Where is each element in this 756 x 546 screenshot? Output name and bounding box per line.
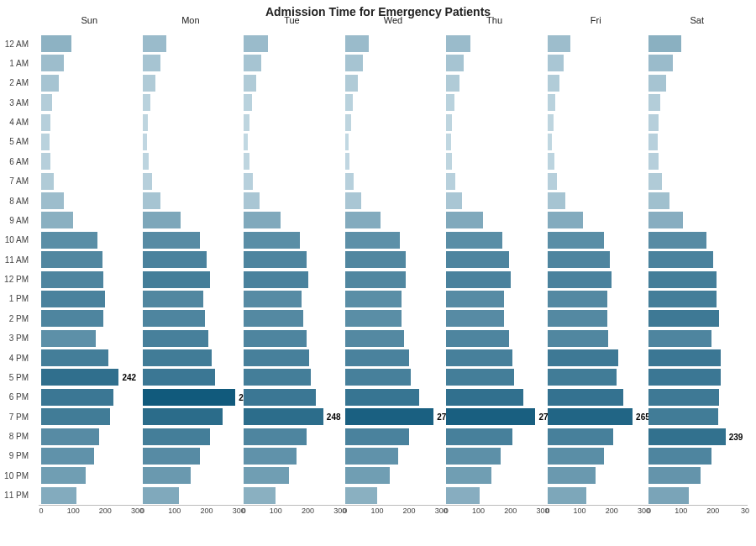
bar-row — [648, 251, 745, 268]
bar-row — [345, 349, 442, 366]
bar-row — [41, 291, 138, 307]
bar — [345, 389, 419, 406]
bar-row — [143, 467, 239, 484]
bar — [143, 428, 210, 445]
bar — [446, 134, 450, 150]
x-tick-label: 0 — [343, 507, 347, 515]
bar — [548, 75, 560, 92]
bar-group: 239 — [648, 35, 745, 504]
bar — [446, 448, 501, 465]
bar-row — [244, 487, 340, 504]
y-tick-label: 2 PM — [0, 310, 34, 327]
bar-row — [548, 114, 644, 131]
bar-group: 276 — [345, 35, 442, 504]
bar — [548, 134, 552, 150]
bar-row — [41, 192, 138, 209]
bar-group: 278 — [446, 35, 543, 504]
bar — [345, 212, 381, 228]
bar — [648, 310, 719, 327]
bar-row — [446, 55, 543, 71]
bar — [143, 369, 215, 386]
bar — [548, 232, 604, 249]
bar-row — [446, 153, 543, 170]
bar — [41, 487, 76, 504]
bar-row — [648, 153, 745, 170]
bar-row — [143, 134, 239, 150]
bar-row — [548, 75, 644, 92]
bar — [345, 349, 409, 366]
bar — [548, 467, 596, 484]
x-tick-label: 200 — [99, 507, 112, 515]
bar — [446, 55, 464, 71]
bar-row — [41, 212, 138, 228]
bar — [648, 330, 711, 347]
bar-row — [41, 448, 138, 465]
bar-max-label: 242 — [122, 373, 136, 382]
bar — [345, 467, 390, 484]
bar-row — [244, 310, 340, 327]
bar — [446, 291, 504, 307]
bar-group: 265 — [548, 35, 644, 504]
bar-row — [648, 349, 745, 366]
bar: 278 — [446, 408, 535, 425]
bar — [244, 369, 311, 386]
y-tick-label: 4 AM — [0, 114, 34, 131]
bar — [548, 310, 607, 327]
bar — [244, 75, 256, 92]
bar — [345, 114, 351, 131]
bar — [143, 35, 167, 52]
bar-group: 290 — [143, 35, 239, 504]
bar-row — [548, 330, 644, 347]
bar-row — [648, 487, 745, 504]
facet-mon: Mon2900100200300 — [140, 15, 242, 517]
bar — [446, 251, 508, 268]
facet-header: Sun — [39, 15, 140, 25]
x-ticks: 0100200300 — [41, 506, 138, 517]
bar-row — [548, 94, 644, 111]
y-tick-label: 3 PM — [0, 330, 34, 347]
y-tick-label: 7 PM — [0, 408, 34, 425]
bar-row — [345, 369, 442, 386]
bar — [143, 271, 210, 288]
bar-row — [244, 369, 340, 386]
bar-row — [143, 291, 239, 307]
bar-row — [548, 251, 644, 268]
bar-row — [143, 369, 239, 386]
x-tick-label: 30 — [741, 507, 749, 515]
x-tick-label: 0 — [647, 507, 651, 515]
y-tick-label: 4 PM — [0, 349, 34, 366]
bar — [345, 271, 407, 288]
bar-row — [648, 114, 745, 131]
y-tick-label: 11 PM — [0, 487, 34, 504]
bar — [345, 94, 354, 111]
bar-row — [143, 94, 239, 111]
x-axis: 0100200300 — [39, 505, 140, 517]
bar-row — [548, 349, 644, 366]
bar-row — [548, 173, 644, 190]
bar — [244, 35, 268, 52]
bar-row — [41, 114, 138, 131]
x-tick-label: 100 — [168, 507, 181, 515]
x-tick-label: 0 — [444, 507, 449, 515]
bar — [345, 251, 407, 268]
bar-row — [244, 271, 340, 288]
bar-row — [244, 330, 340, 347]
y-tick-label: 3 AM — [0, 94, 34, 111]
bar-row — [446, 35, 543, 52]
bar-row — [143, 349, 239, 366]
bar — [143, 153, 150, 170]
bar-row — [345, 173, 442, 190]
bar-row — [345, 251, 442, 268]
bar-row — [244, 291, 340, 307]
x-tick-label: 0 — [140, 507, 144, 515]
bar-row — [143, 173, 239, 190]
bar-row — [41, 271, 138, 288]
bar-row — [648, 369, 745, 386]
bar-row — [648, 173, 745, 190]
y-tick-label: 12 AM — [0, 35, 34, 52]
bar-row — [548, 55, 644, 71]
facet-tue: Tue2480100200300 — [241, 15, 343, 517]
facet-header: Tue — [241, 15, 343, 25]
bar-row — [548, 310, 644, 327]
bar — [143, 448, 201, 465]
